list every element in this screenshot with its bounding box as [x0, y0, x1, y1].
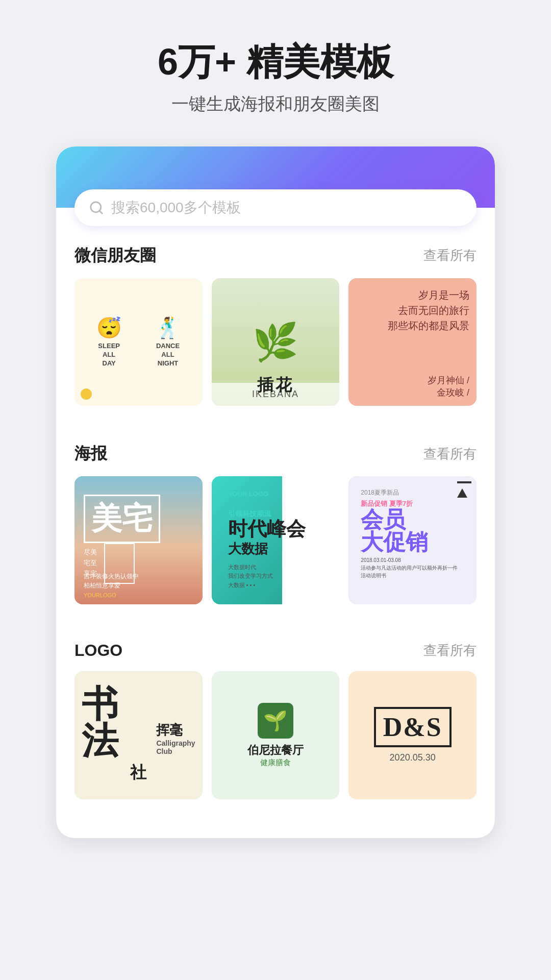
sleep-emoji: 😴: [96, 316, 122, 340]
section-header-poster: 海报 查看所有: [74, 443, 477, 465]
sleep-badge: [81, 388, 92, 400]
hero-subtitle: 一键生成海报和朋友圈美图: [171, 92, 380, 116]
template-restaurant[interactable]: 🌱 伯尼拉餐厅 健康膳食: [212, 671, 340, 799]
calligraphy-en-wrap: 挥毫 Calligraphy Club: [156, 721, 195, 760]
section-title-logo: LOGO: [74, 641, 122, 660]
member-title: 会员大促销: [361, 508, 464, 553]
meizhai-logo: YOURLOGO: [84, 592, 193, 598]
restaurant-icon-wrap: 🌱: [258, 703, 293, 739]
sleep-text: SLEEPALLDAY: [98, 342, 120, 368]
member-year: 2018夏季新品: [361, 488, 464, 497]
hero-title: 6万+ 精美模板: [158, 41, 393, 83]
dance-text: DANCEALLNIGHT: [156, 342, 180, 368]
calligraphy-she: 社: [130, 762, 146, 784]
section-logo: LOGO 查看所有 书法 挥毫 Calligraphy Club 社: [56, 623, 495, 799]
restaurant-leaf-icon: 🌱: [263, 709, 287, 732]
calligraphy-brush-char: 挥毫: [156, 721, 183, 739]
section-title-wechat: 微信朋友圈: [74, 244, 156, 267]
dance-item: 🕺 DANCEALLNIGHT: [140, 316, 195, 368]
calligraphy-en1: Calligraphy: [156, 739, 195, 747]
member-desc: 2018.03.01-03.08活动参与凡达活动的用户可以额外再折一件活动说明书: [361, 556, 464, 579]
calligraphy-main: 书法 挥毫 Calligraphy Club: [82, 686, 195, 760]
app-card: 搜索60,000多个模板 微信朋友圈 查看所有 😴 SLEEPALLDAY 🕺 …: [56, 146, 495, 838]
svg-line-1: [99, 211, 102, 213]
ikebana-plant-icon: 🌿: [253, 321, 298, 364]
meizhai-footer: 吉坪装修火热认领中柏柏恒意享爱 YOURLOGO: [84, 572, 193, 598]
calligraphy-cn-char: 书法: [82, 686, 152, 760]
section-title-poster: 海报: [74, 443, 107, 465]
wechat-template-grid: 😴 SLEEPALLDAY 🕺 DANCEALLNIGHT 🌿: [74, 278, 477, 406]
bigdata-desc: 大数据时代我们改变学习方式大数据 ▪ ▪ ▪: [228, 563, 323, 590]
search-placeholder: 搜索60,000多个模板: [111, 198, 241, 217]
sleep-item: 😴 SLEEPALLDAY: [82, 316, 136, 368]
poster-template-grid: 美宅 尽美宅至享宅 吉坪装修火热认领中柏柏恒意享爱 YOURLOGO YOUR …: [74, 476, 477, 604]
bigdata-lead: 引领科技潮流: [228, 509, 323, 519]
ikebana-label-wrap: IKEBANA 插花: [212, 383, 340, 406]
template-ikebana[interactable]: 🌿 IKEBANA 插花: [212, 278, 340, 406]
section-header-logo: LOGO 查看所有: [74, 641, 477, 660]
section-link-poster[interactable]: 查看所有: [423, 445, 477, 463]
dance-emoji: 🕺: [155, 316, 181, 340]
section-poster: 海报 查看所有 美宅 尽美宅至享宅 吉坪装修火热认领中柏柏恒意享爱 YOURLO…: [56, 424, 495, 604]
section-header-wechat: 微信朋友圈 查看所有: [74, 244, 477, 267]
bigdata-yourlogo: YOUR LOGO: [228, 490, 268, 498]
ds-title: D&S: [374, 707, 452, 747]
search-icon: [89, 200, 104, 215]
pink-poem-author: 岁月神仙 /金玫岐 /: [428, 374, 469, 399]
ds-date: 2020.05.30: [390, 752, 436, 763]
section-link-wechat[interactable]: 查看所有: [423, 247, 477, 264]
member-content: 2018夏季新品 新品促销 夏季7折 会员大促销 2018.03.01-03.0…: [356, 483, 469, 584]
template-pink-poem[interactable]: 岁月是一场去而无回的旅行那些坏的都是风景 岁月神仙 /金玫岐 /: [348, 278, 477, 406]
template-meizhai[interactable]: 美宅 尽美宅至享宅 吉坪装修火热认领中柏柏恒意享爱 YOURLOGO: [74, 476, 203, 604]
section-link-logo[interactable]: 查看所有: [423, 642, 477, 659]
bigdata-sub: 大数据: [228, 540, 323, 558]
restaurant-name: 伯尼拉餐厅: [247, 743, 304, 758]
template-calligraphy[interactable]: 书法 挥毫 Calligraphy Club 社: [74, 671, 203, 799]
restaurant-sub: 健康膳食: [260, 758, 291, 768]
template-sleep-dance[interactable]: 😴 SLEEPALLDAY 🕺 DANCEALLNIGHT: [74, 278, 203, 406]
template-ds[interactable]: D&S 2020.05.30: [348, 671, 477, 799]
section-wechat: 微信朋友圈 查看所有 😴 SLEEPALLDAY 🕺 DANCEALLNIGHT: [56, 226, 495, 406]
sleep-dance-inner: 😴 SLEEPALLDAY 🕺 DANCEALLNIGHT: [82, 316, 195, 368]
search-bar[interactable]: 搜索60,000多个模板: [74, 189, 477, 226]
template-member[interactable]: 2018夏季新品 新品促销 夏季7折 会员大促销 2018.03.01-03.0…: [348, 476, 477, 604]
meizhai-title: 美宅: [84, 495, 160, 543]
pink-poem-text: 岁月是一场去而无回的旅行那些坏的都是风景: [388, 287, 469, 333]
ikebana-label: 插花: [212, 374, 340, 397]
bigdata-title: 时代峰会: [228, 519, 323, 540]
logo-template-grid: 书法 挥毫 Calligraphy Club 社 🌱 伯尼拉餐厅 健康膳食: [74, 671, 477, 799]
meizhai-footer-text: 吉坪装修火热认领中柏柏恒意享爱: [84, 572, 193, 590]
calligraphy-en2: Club: [156, 747, 172, 755]
template-bigdata[interactable]: YOUR LOGO 引领科技潮流 时代峰会 大数据 大数据时代我们改变学习方式大…: [212, 476, 340, 604]
bigdata-content: YOUR LOGO 引领科技潮流 时代峰会 大数据 大数据时代我们改变学习方式大…: [221, 484, 331, 597]
search-bar-wrap: 搜索60,000多个模板: [56, 189, 495, 226]
